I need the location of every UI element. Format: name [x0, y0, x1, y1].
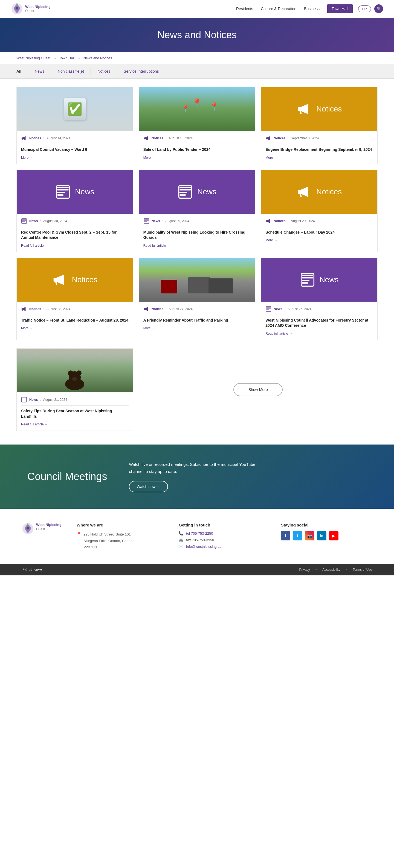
filter-notices[interactable]: Notices: [91, 68, 117, 74]
footer-email: ✉️ info@westnipissing.ca: [179, 544, 270, 549]
breadcrumb-home[interactable]: West Nipissing Ouest: [17, 56, 50, 60]
footer-social: Staying social f t 📷 in ▶: [281, 523, 372, 540]
svg-rect-28: [266, 309, 269, 310]
card-7-link[interactable]: More→: [21, 326, 129, 330]
card-9-title: West Nipissing Council Advocates for For…: [265, 318, 373, 329]
card-5-body: News : August 29, 2024 Municipality of W…: [139, 214, 255, 252]
footer-where-title: Where we are: [77, 523, 168, 527]
svg-rect-27: [266, 308, 271, 308]
megaphone-icon-8: [143, 306, 149, 312]
filter-service[interactable]: Service Interruptions: [117, 68, 165, 74]
megaphone-placeholder-icon-6: [297, 184, 312, 199]
card-8-link[interactable]: More→: [143, 326, 251, 330]
card-5-placeholder-label: News: [197, 187, 217, 196]
breadcrumb-current: News and Notices: [83, 56, 112, 60]
show-more-button[interactable]: Show More: [233, 383, 283, 396]
card-1-body: Notices : August 14, 2024 Municipal Coun…: [17, 131, 133, 164]
card-3-image: Notices: [261, 87, 377, 131]
card-2-body: Notices : August 13, 2024 Sale of Land b…: [139, 131, 255, 164]
filter-bar: All News Non classifié(e) Notices Servic…: [0, 64, 394, 79]
news-placeholder-icon-9: [300, 272, 315, 287]
svg-rect-21: [302, 275, 313, 276]
card-1-link[interactable]: More→: [21, 156, 129, 160]
card-6-link[interactable]: More→: [265, 238, 373, 242]
card-5-meta: News : August 29, 2024: [143, 218, 251, 227]
svg-rect-9: [22, 220, 27, 220]
card-9-link[interactable]: Read full article→: [265, 332, 373, 336]
linkedin-icon[interactable]: in: [317, 531, 327, 540]
instagram-icon[interactable]: 📷: [305, 531, 314, 540]
council-meetings-section: Council Meetings Watch live or recorded …: [0, 444, 394, 509]
bottom-row: News : August 21, 2024 Safety Tips Durin…: [0, 348, 394, 439]
filter-nonclassifie[interactable]: Non classifié(e): [51, 68, 91, 74]
card-8: Notices : August 27, 2024 A Friendly Rem…: [139, 258, 256, 340]
card-3-title: Eugene Bridge Replacement Beginning Sept…: [265, 147, 373, 152]
card-10-category: News: [29, 398, 38, 402]
filter-all[interactable]: All: [17, 68, 28, 74]
svg-rect-24: [302, 282, 308, 284]
tel-link[interactable]: tel 705-753-2250: [186, 531, 213, 535]
footer-address-2: Sturgeon Falls, Ontario, Canada: [83, 538, 134, 544]
svg-rect-26: [266, 307, 271, 307]
filter-news[interactable]: News: [28, 68, 51, 74]
card-8-category: Notices: [151, 307, 163, 311]
svg-rect-12: [179, 187, 191, 188]
card-4-date: August 30, 2024: [43, 219, 67, 223]
lang-button[interactable]: FR: [358, 5, 371, 12]
card-9-date: August 26, 2024: [287, 307, 311, 311]
svg-point-1: [16, 7, 18, 9]
card-5-date: August 29, 2024: [165, 219, 189, 223]
footer-fax: 🖨️ fax 705-753-3950: [179, 538, 270, 542]
nav-townhall[interactable]: Town Hall: [327, 4, 353, 13]
search-button[interactable]: 🔍: [374, 4, 383, 13]
breadcrumb-townhall[interactable]: Town Hall: [59, 56, 75, 60]
card-6-title: Schedule Changes – Labour Day 2024: [265, 230, 373, 235]
card-10-meta: News : August 21, 2024: [21, 397, 129, 406]
card-3-placeholder-label: Notices: [316, 105, 342, 113]
footer-accessibility-link[interactable]: Accessibility: [322, 568, 340, 571]
card-1-date: August 14, 2024: [47, 136, 70, 140]
news-icon-4: [21, 218, 27, 224]
nav-residents[interactable]: Residents: [236, 6, 253, 11]
nav-culture[interactable]: Culture & Recreation: [261, 6, 296, 11]
card-7-title: Traffic Notice – Front St. Lane Reductio…: [21, 318, 129, 323]
svg-point-34: [72, 377, 78, 381]
card-3-link[interactable]: More→: [265, 156, 373, 160]
card-2-date: August 13, 2024: [169, 136, 192, 140]
email-link[interactable]: info@westnipissing.ca: [186, 545, 221, 549]
card-9: News News : August 26, 2024 West Nipissi…: [261, 258, 377, 340]
card-1-category: Notices: [29, 136, 41, 140]
card-1-title: Municipal Council Vacancy – Ward 6: [21, 147, 129, 152]
youtube-icon[interactable]: ▶: [329, 531, 338, 540]
svg-rect-35: [22, 398, 27, 398]
card-5: News News : August 29, 2024 Municipality…: [139, 170, 256, 252]
card-2-link[interactable]: More→: [143, 156, 251, 160]
svg-point-32: [68, 370, 73, 376]
footer-contact: Getting in touch 📞 tel 705-753-2250 🖨️ f…: [179, 523, 270, 549]
watch-now-button[interactable]: Watch now →: [129, 481, 168, 492]
card-8-title: A Friendly Reminder About Traffic and Pa…: [143, 318, 251, 323]
card-5-link[interactable]: Read full article→: [143, 244, 251, 248]
bear-silhouette: [58, 364, 91, 391]
footer-logo-icon: [22, 523, 34, 535]
footer-privacy-link[interactable]: Privacy: [299, 568, 310, 571]
card-2: 📍 📍 📍 Notices : August 13, 2024 Sale of …: [139, 87, 256, 164]
svg-rect-3: [57, 187, 69, 188]
footer-logo-sub: Ouest: [36, 527, 61, 531]
footer-where: Where we are 📍 225 Holditch Street, Suit…: [77, 523, 168, 550]
card-9-meta: News : August 26, 2024: [265, 306, 373, 315]
svg-rect-22: [302, 277, 313, 278]
logo-sub: Ouest: [25, 9, 51, 13]
logo[interactable]: West Nipissing Ouest: [11, 3, 51, 15]
footer-terms-link[interactable]: Terms of Use: [353, 568, 372, 571]
card-4-link[interactable]: Read full article→: [21, 244, 129, 248]
nav-business[interactable]: Business: [304, 6, 319, 11]
phone-icon: 📞: [179, 531, 183, 535]
svg-rect-23: [302, 280, 309, 281]
card-10-link[interactable]: Read full article→: [21, 423, 129, 426]
footer-logo-name: West Nipissing: [36, 523, 61, 527]
facebook-icon[interactable]: f: [281, 531, 290, 540]
card-4-body: News : August 30, 2024 Rec Centre Pool &…: [17, 214, 133, 252]
twitter-icon[interactable]: t: [293, 531, 302, 540]
megaphone-icon-6: [265, 218, 272, 224]
